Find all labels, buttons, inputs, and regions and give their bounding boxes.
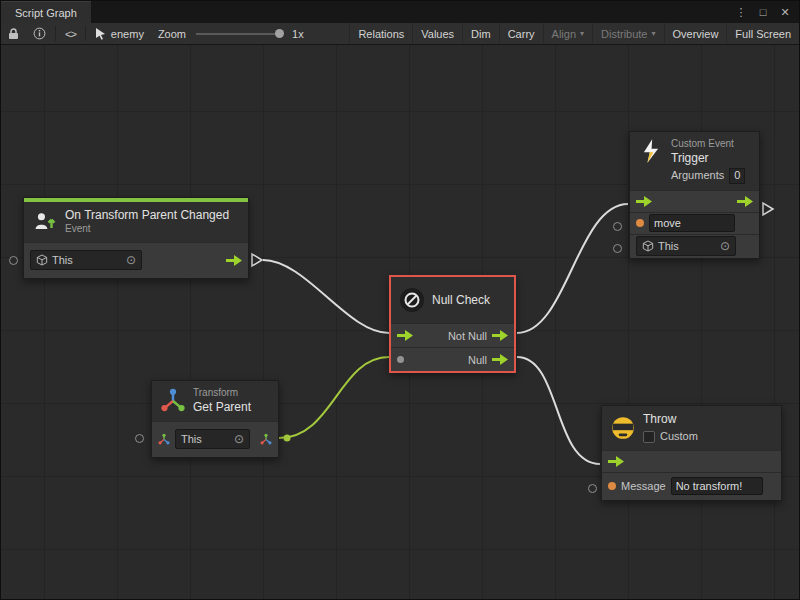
align-label: Align (552, 28, 576, 40)
this-dropdown[interactable]: This ⊙ (636, 236, 736, 256)
overview-button[interactable]: Overview (664, 23, 727, 44)
this-dropdown[interactable]: This ⊙ (175, 429, 250, 449)
control-output-port[interactable] (492, 354, 508, 365)
graph-canvas[interactable]: On Transform Parent Changed Event This ⊙ (1, 45, 799, 599)
script-graph-window: Script Graph ⋮ □ ✕ <> enemy Zoom (0, 0, 800, 600)
output-arrow-indicator[interactable] (763, 203, 773, 215)
wire-notnull-to-trigger[interactable] (517, 204, 628, 333)
value-input-port[interactable] (613, 244, 622, 253)
node-row (630, 190, 759, 212)
control-input-port[interactable] (636, 196, 652, 207)
control-output-port[interactable] (226, 255, 242, 266)
node-row: This ⊙ (152, 421, 278, 457)
toolbar-spacer (311, 23, 350, 44)
dim-button[interactable]: Dim (462, 23, 499, 44)
node-header-text: On Transform Parent Changed Event (65, 208, 229, 236)
window-close-button[interactable]: ✕ (777, 4, 793, 20)
cube-icon (642, 240, 654, 252)
node-header-text: Custom Event Trigger Arguments 0 (671, 138, 745, 184)
custom-option-row: Custom (643, 430, 698, 444)
wire-null-to-throw[interactable] (517, 357, 600, 464)
tab-label: Script Graph (15, 7, 77, 19)
wire-event-to-nullcheck[interactable] (263, 260, 389, 333)
arguments-count-field[interactable]: 0 (729, 168, 745, 184)
zoom-label: Zoom (158, 28, 186, 40)
node-row: Message (602, 472, 781, 500)
node-header: Throw Custom (602, 406, 781, 450)
lock-button[interactable] (1, 23, 26, 44)
window-maximize-button[interactable]: □ (755, 4, 771, 20)
node-title: Throw (643, 412, 698, 427)
node-category: Transform (193, 387, 251, 400)
transform-parent-changed-icon (32, 209, 58, 235)
node-on-transform-parent-changed[interactable]: On Transform Parent Changed Event This ⊙ (23, 197, 249, 279)
node-throw[interactable]: Throw Custom Message (601, 405, 782, 501)
control-input-port[interactable] (397, 330, 413, 341)
target-picker-icon[interactable]: ⊙ (234, 432, 244, 446)
value-input-port[interactable] (9, 256, 18, 265)
tab-bar-spacer (91, 1, 733, 23)
node-header: Custom Event Trigger Arguments 0 (630, 132, 759, 190)
carry-button[interactable]: Carry (499, 23, 543, 44)
control-output-port[interactable] (492, 330, 508, 341)
full-screen-button[interactable]: Full Screen (726, 23, 799, 44)
graph-name-label: enemy (111, 28, 144, 40)
output-arrow-indicator[interactable] (252, 254, 262, 266)
target-picker-icon[interactable]: ⊙ (126, 253, 136, 267)
distribute-button[interactable]: Distribute ▾ (592, 23, 663, 44)
values-label: Values (421, 28, 454, 40)
string-input-port[interactable] (636, 219, 644, 227)
node-header-text: Throw Custom (643, 412, 698, 444)
control-output-port[interactable] (737, 196, 753, 207)
node-header-text: Transform Get Parent (193, 387, 251, 415)
dim-label: Dim (471, 28, 491, 40)
custom-checkbox[interactable] (643, 431, 655, 443)
zoom-control: Zoom 1x (151, 23, 311, 44)
code-icon: <> (65, 28, 76, 40)
tab-script-graph[interactable]: Script Graph (1, 1, 91, 23)
this-dropdown[interactable]: This ⊙ (30, 250, 142, 270)
edit-script-button[interactable]: <> (58, 23, 83, 44)
distribute-label: Distribute (601, 28, 647, 40)
info-icon (33, 27, 46, 40)
node-row: Not Null (391, 323, 514, 347)
this-value: This (181, 433, 202, 445)
event-name-input[interactable] (649, 214, 735, 232)
graph-toolbar: <> enemy Zoom 1x Relations Values Dim Ca… (1, 23, 799, 45)
node-row (630, 212, 759, 234)
zoom-slider-handle[interactable] (275, 29, 284, 38)
arguments-label: Arguments (671, 169, 724, 183)
node-get-parent[interactable]: Transform Get Parent This ⊙ (151, 380, 279, 458)
chevron-down-icon: ▾ (580, 29, 584, 38)
relations-button[interactable]: Relations (349, 23, 412, 44)
lock-icon (8, 28, 19, 40)
control-input-port[interactable] (608, 456, 624, 467)
string-input-port[interactable] (608, 482, 616, 490)
value-input-port[interactable] (397, 356, 404, 363)
full-screen-label: Full Screen (735, 28, 791, 40)
transform-output-port[interactable] (260, 433, 272, 446)
window-menu-button[interactable]: ⋮ (733, 4, 749, 20)
node-title: On Transform Parent Changed (65, 208, 229, 223)
node-header: On Transform Parent Changed Event (24, 202, 248, 242)
value-input-port[interactable] (613, 222, 622, 231)
target-picker-icon[interactable]: ⊙ (720, 239, 730, 253)
zoom-slider[interactable] (196, 33, 280, 35)
align-button[interactable]: Align ▾ (543, 23, 592, 44)
relations-label: Relations (358, 28, 404, 40)
value-input-port[interactable] (588, 484, 597, 493)
node-trigger-custom-event[interactable]: Custom Event Trigger Arguments 0 (629, 131, 760, 259)
transform-input-port[interactable] (158, 433, 170, 446)
window-tab-bar: Script Graph ⋮ □ ✕ (1, 1, 799, 23)
node-null-check[interactable]: Null Check Not Null Null (389, 275, 516, 373)
info-button[interactable] (26, 23, 53, 44)
node-title: Get Parent (193, 400, 251, 415)
graph-name-item[interactable]: enemy (88, 23, 151, 44)
message-input[interactable] (671, 477, 763, 495)
values-button[interactable]: Values (412, 23, 462, 44)
wire-getparent-to-nullcheck[interactable] (279, 357, 389, 438)
throw-icon (610, 415, 636, 441)
node-title: Trigger (671, 151, 745, 166)
node-row: This ⊙ (24, 242, 248, 278)
value-input-port[interactable] (135, 434, 144, 443)
